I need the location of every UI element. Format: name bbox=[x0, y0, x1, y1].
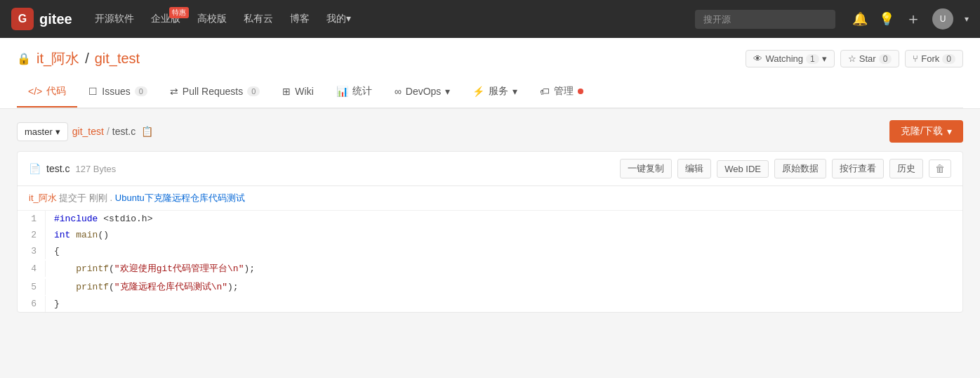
commit-message-link[interactable]: Ubuntu下克隆远程仓库代码测试 bbox=[115, 193, 245, 203]
file-info: 📄 test.c 127 Bytes bbox=[29, 163, 116, 174]
tab-services-label: 服务 bbox=[489, 85, 508, 98]
edit-button[interactable]: 编辑 bbox=[677, 159, 711, 178]
star-label: Star bbox=[859, 53, 876, 64]
tab-wiki-label: Wiki bbox=[295, 86, 313, 97]
repo-title: 🔒 it_阿水 / git_test bbox=[17, 49, 140, 68]
main-content: master ▾ git_test / test.c 📋 克隆/下载 ▾ 📄 t… bbox=[0, 109, 980, 324]
repo-separator: / bbox=[85, 51, 89, 67]
nav-mine[interactable]: 我的▾ bbox=[326, 13, 351, 25]
stats-icon: 📊 bbox=[336, 86, 348, 97]
repo-owner-link[interactable]: it_阿水 bbox=[37, 49, 79, 68]
issues-icon: ☐ bbox=[88, 86, 98, 97]
add-icon[interactable]: ＋ bbox=[906, 8, 921, 30]
watch-button[interactable]: 👁 Watching 1 ▾ bbox=[746, 50, 834, 67]
breadcrumb-separator: / bbox=[107, 126, 110, 137]
dropdown-arrow[interactable]: ▾ bbox=[965, 14, 969, 24]
nav-blog[interactable]: 博客 bbox=[290, 13, 310, 25]
nav-enterprise[interactable]: 企业版 特惠 bbox=[151, 13, 180, 25]
clone-dropdown-icon: ▾ bbox=[947, 126, 952, 137]
tab-code-label: 代码 bbox=[46, 85, 66, 98]
copy-path-icon[interactable]: 📋 bbox=[141, 126, 153, 137]
nav-opensource[interactable]: 开源软件 bbox=[95, 13, 134, 25]
breadcrumb: master ▾ git_test / test.c 📋 bbox=[17, 122, 153, 141]
raw-button[interactable]: 原始数据 bbox=[774, 159, 826, 178]
tab-wiki[interactable]: ⊞ Wiki bbox=[271, 77, 324, 107]
search-input[interactable] bbox=[695, 10, 835, 29]
file-name: test.c bbox=[46, 163, 69, 174]
manage-icon: 🏷 bbox=[540, 86, 550, 97]
file-doc-icon: 📄 bbox=[29, 163, 41, 174]
bell-icon[interactable]: 🔔 bbox=[852, 11, 868, 27]
file-size: 127 Bytes bbox=[75, 164, 116, 174]
fork-count: 0 bbox=[942, 54, 955, 64]
wiki-icon: ⊞ bbox=[282, 86, 291, 97]
issues-badge: 0 bbox=[135, 86, 147, 96]
avatar[interactable]: U bbox=[932, 8, 953, 30]
nav-private[interactable]: 私有云 bbox=[244, 13, 273, 25]
file-header: 📄 test.c 127 Bytes 一键复制 编辑 Web IDE 原始数据 … bbox=[18, 152, 962, 186]
line-num-1: 1 bbox=[18, 211, 46, 227]
bulb-icon[interactable]: 💡 bbox=[879, 11, 894, 27]
tab-code[interactable]: </> 代码 bbox=[17, 77, 77, 107]
tab-stats-label: 统计 bbox=[352, 85, 372, 98]
line-num-6: 6 bbox=[18, 296, 46, 312]
line-num-3: 3 bbox=[18, 243, 46, 259]
top-nav: G gitee 开源软件 企业版 特惠 高校版 私有云 博客 我的▾ 🔔 💡 ＋… bbox=[0, 0, 980, 38]
watching-count: 1 bbox=[806, 54, 819, 64]
clone-button[interactable]: 克隆/下载 ▾ bbox=[889, 120, 963, 143]
star-button[interactable]: ☆ Star 0 bbox=[840, 50, 900, 67]
tab-manage-label: 管理 bbox=[554, 85, 574, 98]
file-viewer: 📄 test.c 127 Bytes 一键复制 编辑 Web IDE 原始数据 … bbox=[17, 151, 963, 313]
logo-icon: G bbox=[11, 8, 34, 30]
fork-button[interactable]: ⑂ Fork 0 bbox=[905, 50, 963, 67]
history-button[interactable]: 历史 bbox=[889, 159, 923, 178]
delete-button[interactable]: 🗑 bbox=[929, 159, 951, 178]
commit-time: 提交于 刚刚 bbox=[59, 193, 107, 203]
fork-label: Fork bbox=[921, 53, 939, 64]
tab-services[interactable]: ⚡ 服务 ▾ bbox=[461, 77, 529, 107]
watch-dropdown-icon: ▾ bbox=[822, 53, 827, 64]
line-code-1: #include <stdio.h> bbox=[46, 211, 161, 227]
commit-author: it_阿水 bbox=[29, 193, 57, 203]
logo-text: gitee bbox=[39, 11, 72, 27]
repo-title-row: 🔒 it_阿水 / git_test 👁 Watching 1 ▾ ☆ Star… bbox=[17, 49, 963, 77]
repo-name-link[interactable]: git_test bbox=[95, 51, 140, 67]
tab-devops-label: DevOps bbox=[406, 86, 442, 97]
logo[interactable]: G gitee bbox=[11, 8, 72, 30]
tab-manage[interactable]: 🏷 管理 bbox=[529, 77, 595, 107]
services-dropdown-icon: ▾ bbox=[512, 86, 517, 97]
line-num-5: 5 bbox=[18, 279, 46, 295]
branch-select[interactable]: master ▾ bbox=[17, 122, 68, 141]
line-code-4: printf("欢迎使用git代码管理平台\n"); bbox=[46, 259, 263, 278]
breadcrumb-repo-link[interactable]: git_test bbox=[72, 126, 104, 137]
tab-nav: </> 代码 ☐ Issues 0 ⇄ Pull Requests 0 ⊞ Wi… bbox=[17, 77, 963, 108]
star-icon: ☆ bbox=[848, 53, 856, 64]
star-count: 0 bbox=[879, 54, 892, 64]
breadcrumb-file: test.c bbox=[112, 126, 135, 137]
code-block: 1 #include <stdio.h> 2 int main() 3 { 4 … bbox=[18, 211, 962, 312]
nav-icons: 🔔 💡 ＋ U ▾ bbox=[852, 8, 969, 30]
tab-pullreqs[interactable]: ⇄ Pull Requests 0 bbox=[159, 77, 272, 107]
tab-issues[interactable]: ☐ Issues 0 bbox=[77, 77, 159, 107]
lineview-button[interactable]: 按行查看 bbox=[832, 159, 884, 178]
code-line-6: 6 } bbox=[18, 296, 962, 312]
devops-dropdown-icon: ▾ bbox=[445, 86, 450, 97]
commit-info: it_阿水 提交于 刚刚 . Ubuntu下克隆远程仓库代码测试 bbox=[18, 186, 962, 211]
line-code-5: printf("克隆远程仓库代码测试\n"); bbox=[46, 278, 247, 296]
line-code-2: int main() bbox=[46, 227, 117, 243]
enterprise-badge: 特惠 bbox=[169, 7, 189, 18]
breadcrumb-row: master ▾ git_test / test.c 📋 克隆/下载 ▾ bbox=[17, 120, 963, 143]
branch-label: master bbox=[25, 126, 53, 137]
code-line-3: 3 { bbox=[18, 243, 962, 259]
tab-stats[interactable]: 📊 统计 bbox=[325, 77, 383, 107]
tab-issues-label: Issues bbox=[102, 86, 130, 97]
fork-icon: ⑂ bbox=[913, 53, 918, 64]
nav-college[interactable]: 高校版 bbox=[197, 13, 227, 25]
code-icon: </> bbox=[28, 86, 42, 97]
lock-icon: 🔒 bbox=[17, 52, 31, 65]
code-line-5: 5 printf("克隆远程仓库代码测试\n"); bbox=[18, 278, 962, 296]
webide-button[interactable]: Web IDE bbox=[717, 160, 769, 178]
tab-devops[interactable]: ∞ DevOps ▾ bbox=[383, 77, 462, 107]
copy-all-button[interactable]: 一键复制 bbox=[620, 159, 672, 178]
branch-dropdown-icon: ▾ bbox=[55, 126, 60, 137]
